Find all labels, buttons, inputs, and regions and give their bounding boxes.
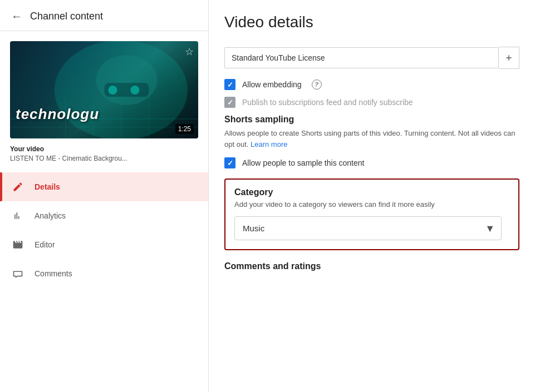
video-name: LISTEN TO ME - Cinematic Backgrou... [10, 155, 198, 162]
publish-feed-label: Publish to subscriptions feed and notify… [242, 98, 413, 107]
nav-items: Details Analytics Editor [0, 172, 208, 392]
learn-more-link[interactable]: Learn more [251, 140, 287, 148]
allow-sample-checkbox[interactable]: ✓ [224, 157, 235, 168]
category-desc: Add your video to a category so viewers … [234, 200, 509, 209]
license-input[interactable] [224, 47, 499, 68]
video-info: Your video LISTEN TO ME - Cinematic Back… [0, 138, 208, 166]
allow-embedding-row: ✓ Allow embedding ? [224, 79, 519, 90]
sidebar: ← Channel content techno [0, 0, 209, 392]
publish-feed-checkbox[interactable]: ✓ [224, 97, 235, 108]
video-label: Your video [10, 145, 198, 153]
category-select-wrapper: Film & Animation Autos & Vehicles Music … [234, 216, 502, 240]
page-title: Video details [224, 13, 519, 31]
svg-point-3 [108, 86, 117, 95]
bar-chart-icon [11, 209, 24, 222]
allow-embedding-checkbox[interactable]: ✓ [224, 79, 235, 90]
sidebar-item-analytics[interactable]: Analytics [0, 201, 208, 230]
publish-feed-row: ✓ Publish to subscriptions feed and noti… [224, 97, 519, 108]
expand-icon [504, 53, 513, 62]
sidebar-item-editor[interactable]: Editor [0, 230, 208, 259]
thumbnail-star-icon: ☆ [185, 46, 194, 58]
license-expand-button[interactable] [499, 47, 519, 69]
thumbnail-graphic [10, 41, 198, 138]
category-heading: Category [234, 187, 509, 197]
comment-icon [11, 267, 24, 280]
pencil-icon [11, 180, 24, 193]
analytics-label: Analytics [35, 211, 66, 220]
video-thumbnail: technologu 1:25 ☆ [10, 41, 198, 138]
help-icon[interactable]: ? [312, 80, 322, 90]
video-thumbnail-container: technologu 1:25 ☆ [10, 41, 198, 138]
comments-label: Comments [35, 269, 72, 278]
svg-point-1 [96, 55, 158, 105]
details-label: Details [35, 182, 60, 191]
allow-embedding-label: Allow embedding [242, 80, 302, 89]
shorts-sampling-desc: Allows people to create Shorts using par… [224, 128, 519, 150]
editor-label: Editor [35, 240, 55, 249]
main-content: Video details ✓ Allow embedding ? ✓ Publ… [209, 0, 535, 392]
sidebar-item-comments[interactable]: Comments [0, 259, 208, 288]
check-mark: ✓ [227, 81, 233, 89]
svg-point-4 [130, 86, 139, 95]
check-mark-disabled: ✓ [227, 98, 233, 107]
sidebar-header: ← Channel content [0, 0, 208, 31]
license-row [224, 47, 519, 69]
allow-sample-row: ✓ Allow people to sample this content [224, 157, 519, 168]
check-mark-sample: ✓ [227, 159, 233, 167]
category-section: Category Add your video to a category so… [224, 178, 519, 250]
sidebar-item-details[interactable]: Details [0, 172, 208, 201]
comments-ratings-heading: Comments and ratings [224, 261, 519, 271]
shorts-sampling-heading: Shorts sampling [224, 115, 519, 125]
thumbnail-text: technologu [16, 106, 99, 123]
back-button[interactable]: ← [11, 10, 22, 23]
allow-sample-label: Allow people to sample this content [242, 158, 364, 167]
sidebar-title: Channel content [30, 11, 103, 22]
category-select[interactable]: Film & Animation Autos & Vehicles Music … [234, 216, 502, 240]
thumbnail-duration: 1:25 [175, 124, 194, 134]
film-icon [11, 238, 24, 251]
